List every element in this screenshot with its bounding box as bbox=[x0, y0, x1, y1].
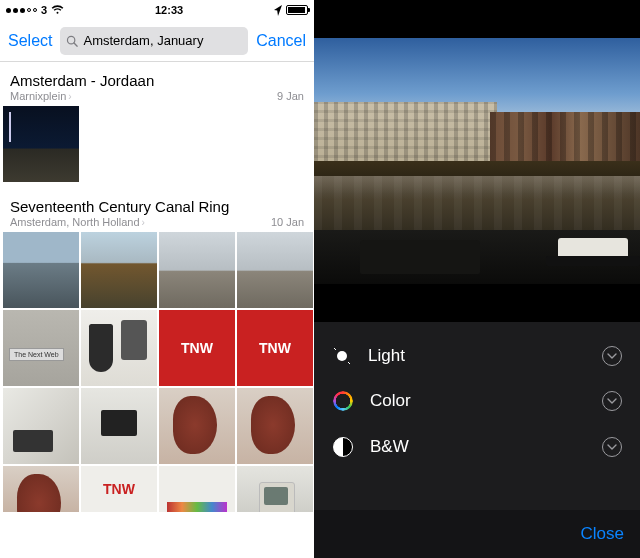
color-control-row[interactable]: Color bbox=[314, 378, 640, 424]
photo-thumbnail[interactable]: TNW bbox=[237, 310, 313, 386]
section-title: Seventeenth Century Canal Ring bbox=[10, 198, 229, 215]
expand-button[interactable] bbox=[602, 391, 622, 411]
battery-icon bbox=[286, 5, 308, 15]
chevron-right-icon: › bbox=[142, 217, 145, 228]
photo-thumbnail[interactable] bbox=[159, 232, 235, 308]
status-time: 12:33 bbox=[155, 4, 183, 16]
wifi-icon bbox=[51, 5, 64, 15]
search-field[interactable] bbox=[60, 27, 248, 55]
photo-preview[interactable] bbox=[314, 38, 640, 284]
section-header[interactable]: Seventeenth Century Canal Ring Amsterdam… bbox=[0, 188, 314, 230]
close-button[interactable]: Close bbox=[581, 524, 624, 544]
section-subtitle: Amsterdam, North Holland › bbox=[10, 216, 229, 228]
section-date: 9 Jan bbox=[277, 90, 304, 102]
photo-grid: TNW TNW TNW bbox=[0, 230, 314, 542]
control-label: B&W bbox=[370, 437, 409, 457]
photo-thumbnail[interactable] bbox=[237, 466, 313, 512]
location-icon bbox=[274, 5, 282, 16]
cancel-button[interactable]: Cancel bbox=[256, 32, 306, 50]
svg-line-1 bbox=[75, 43, 78, 46]
photo-thumbnail[interactable] bbox=[237, 232, 313, 308]
photo-thumbnail[interactable] bbox=[159, 466, 235, 512]
bw-icon bbox=[333, 437, 353, 457]
status-right bbox=[274, 5, 308, 16]
bw-control-row[interactable]: B&W bbox=[314, 424, 640, 470]
signal-strength-icon bbox=[6, 8, 37, 13]
search-icon bbox=[66, 35, 78, 47]
section-subtitle: Marnixplein › bbox=[10, 90, 154, 102]
chevron-right-icon: › bbox=[68, 91, 71, 102]
color-ring-icon bbox=[333, 391, 353, 411]
edit-controls-panel: Light Color B&W bbox=[314, 322, 640, 558]
photo-thumbnail[interactable] bbox=[3, 388, 79, 464]
nav-bar: Select Cancel bbox=[0, 20, 314, 62]
control-label: Light bbox=[368, 346, 405, 366]
photos-search-screen: 3 12:33 Select Cancel bbox=[0, 0, 314, 558]
carrier-label: 3 bbox=[41, 4, 47, 16]
photo-edit-screen: Light Color B&W bbox=[314, 0, 640, 558]
light-icon bbox=[332, 346, 352, 366]
photo-thumbnail[interactable] bbox=[237, 388, 313, 464]
chevron-down-icon bbox=[607, 351, 617, 361]
photo-thumbnail[interactable]: TNW bbox=[159, 310, 235, 386]
results-scroll[interactable]: Amsterdam - Jordaan Marnixplein › 9 Jan … bbox=[0, 62, 314, 558]
section-header[interactable]: Amsterdam - Jordaan Marnixplein › 9 Jan bbox=[0, 62, 314, 104]
photo-thumbnail[interactable] bbox=[81, 310, 157, 386]
photo-thumbnail[interactable] bbox=[159, 388, 235, 464]
section-title: Amsterdam - Jordaan bbox=[10, 72, 154, 89]
chevron-down-icon bbox=[607, 396, 617, 406]
photo-thumbnail[interactable] bbox=[81, 232, 157, 308]
light-control-row[interactable]: Light bbox=[314, 334, 640, 378]
chevron-down-icon bbox=[607, 442, 617, 452]
expand-button[interactable] bbox=[602, 437, 622, 457]
control-label: Color bbox=[370, 391, 411, 411]
expand-button[interactable] bbox=[602, 346, 622, 366]
select-button[interactable]: Select bbox=[8, 32, 52, 50]
search-input[interactable] bbox=[83, 33, 242, 48]
photo-preview-area bbox=[314, 0, 640, 322]
status-left: 3 bbox=[6, 4, 64, 16]
photo-thumbnail[interactable] bbox=[3, 466, 79, 512]
photo-thumbnail[interactable] bbox=[81, 388, 157, 464]
photo-thumbnail[interactable] bbox=[3, 232, 79, 308]
section-date: 10 Jan bbox=[271, 216, 304, 228]
photo-thumbnail[interactable] bbox=[3, 106, 79, 182]
photo-thumbnail[interactable]: TNW bbox=[81, 466, 157, 512]
photo-thumbnail[interactable] bbox=[3, 310, 79, 386]
bottom-bar: Close bbox=[314, 510, 640, 558]
status-bar: 3 12:33 bbox=[0, 0, 314, 20]
